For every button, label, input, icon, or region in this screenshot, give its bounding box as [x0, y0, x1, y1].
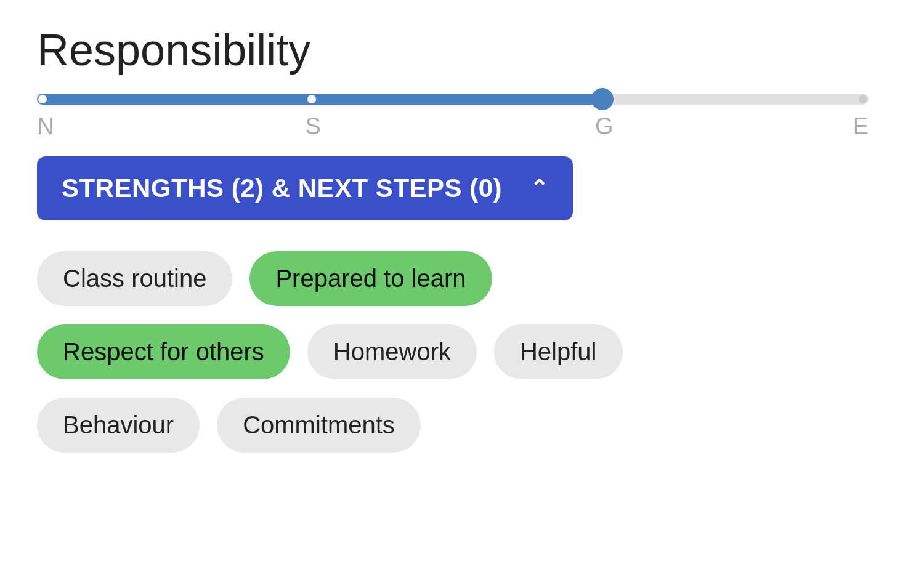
- tags-row-1: Class routine Prepared to learn: [37, 251, 887, 306]
- tags-row-3: Behaviour Commitments: [37, 398, 887, 453]
- tag-class-routine[interactable]: Class routine: [37, 251, 232, 306]
- page-title: Responsibility: [37, 25, 887, 75]
- label-s: S: [306, 113, 321, 140]
- tag-prepared-to-learn[interactable]: Prepared to learn: [249, 251, 492, 306]
- tag-commitments[interactable]: Commitments: [217, 398, 421, 453]
- strengths-bar[interactable]: STRENGTHS (2) & NEXT STEPS (0) ⌃: [37, 156, 573, 220]
- tag-behaviour[interactable]: Behaviour: [37, 398, 200, 453]
- slider-container: N S G E: [37, 94, 887, 144]
- slider-track[interactable]: [37, 94, 869, 105]
- tags-section: Class routine Prepared to learn Respect …: [37, 251, 887, 453]
- tag-helpful[interactable]: Helpful: [494, 324, 623, 379]
- chevron-up-icon: ⌃: [530, 177, 548, 199]
- dot-n: [38, 95, 47, 103]
- tag-respect-for-others[interactable]: Respect for others: [37, 324, 290, 379]
- tag-homework[interactable]: Homework: [307, 324, 477, 379]
- label-n: N: [37, 113, 54, 140]
- strengths-label: STRENGTHS (2) & NEXT STEPS (0): [62, 174, 502, 203]
- label-g: G: [595, 113, 614, 140]
- dot-s: [307, 95, 316, 103]
- slider-thumb[interactable]: [591, 88, 614, 110]
- dot-e: [859, 95, 867, 103]
- tags-row-2: Respect for others Homework Helpful: [37, 324, 887, 379]
- label-e: E: [853, 113, 869, 140]
- slider-fill: [37, 94, 602, 105]
